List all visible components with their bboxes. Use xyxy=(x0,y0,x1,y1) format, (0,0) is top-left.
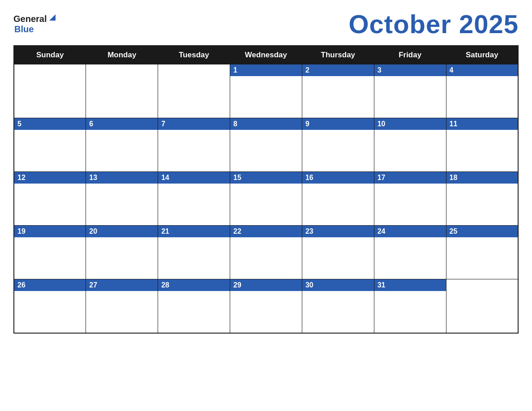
col-sunday: Sunday xyxy=(14,46,86,64)
day-number: 29 xyxy=(230,279,302,291)
calendar-week-1: 1234 xyxy=(14,64,518,118)
day-number: 16 xyxy=(302,172,374,184)
calendar-cell: 23 xyxy=(302,226,374,279)
calendar-week-4: 19202122232425 xyxy=(14,226,518,279)
col-monday: Monday xyxy=(86,46,158,64)
calendar-cell xyxy=(14,64,86,118)
day-number: 31 xyxy=(374,279,446,291)
day-number: 27 xyxy=(86,279,158,291)
calendar-header-row: Sunday Monday Tuesday Wednesday Thursday… xyxy=(14,46,518,64)
svg-marker-0 xyxy=(49,14,56,21)
col-friday: Friday xyxy=(374,46,446,64)
logo-blue-text: Blue xyxy=(14,24,34,34)
col-saturday: Saturday xyxy=(446,46,518,64)
calendar-cell: 17 xyxy=(374,172,446,226)
calendar-cell xyxy=(86,64,158,118)
calendar-cell: 19 xyxy=(14,226,86,279)
day-number: 4 xyxy=(446,64,518,76)
calendar-cell: 26 xyxy=(14,279,86,333)
day-number: 1 xyxy=(230,64,302,76)
day-number: 11 xyxy=(446,118,518,130)
calendar-cell: 21 xyxy=(158,226,230,279)
calendar-cell: 24 xyxy=(374,226,446,279)
day-number: 24 xyxy=(374,226,446,237)
calendar-cell: 3 xyxy=(374,64,446,118)
calendar-cell: 31 xyxy=(374,279,446,333)
day-number: 9 xyxy=(302,118,374,130)
calendar-cell: 14 xyxy=(158,172,230,226)
day-number: 18 xyxy=(446,172,518,184)
logo-triangle-icon xyxy=(48,13,56,23)
day-number: 17 xyxy=(374,172,446,184)
logo-general-text: General xyxy=(13,14,47,24)
calendar-cell: 27 xyxy=(86,279,158,333)
calendar-cell: 15 xyxy=(230,172,302,226)
day-number: 15 xyxy=(230,172,302,184)
calendar-cell: 29 xyxy=(230,279,302,333)
day-number: 2 xyxy=(302,64,374,76)
day-number: 7 xyxy=(158,118,230,130)
day-number: 30 xyxy=(302,279,374,291)
calendar-cell: 13 xyxy=(86,172,158,226)
calendar-cell: 12 xyxy=(14,172,86,226)
day-number: 3 xyxy=(374,64,446,76)
calendar-cell xyxy=(158,64,230,118)
day-number: 19 xyxy=(14,226,86,237)
calendar-week-2: 567891011 xyxy=(14,118,518,172)
day-number: 5 xyxy=(14,118,86,130)
calendar-cell xyxy=(446,279,518,333)
col-thursday: Thursday xyxy=(302,46,374,64)
day-number: 22 xyxy=(230,226,302,237)
calendar-cell: 9 xyxy=(302,118,374,172)
calendar-cell: 6 xyxy=(86,118,158,172)
month-title: October 2025 xyxy=(348,9,519,39)
calendar-cell: 16 xyxy=(302,172,374,226)
page: General Blue October 2025 Sunday Monday … xyxy=(0,0,532,411)
header: General Blue October 2025 xyxy=(13,9,519,39)
day-number: 12 xyxy=(14,172,86,184)
col-wednesday: Wednesday xyxy=(230,46,302,64)
col-tuesday: Tuesday xyxy=(158,46,230,64)
day-number: 10 xyxy=(374,118,446,130)
day-number: 26 xyxy=(14,279,86,291)
calendar-cell: 20 xyxy=(86,226,158,279)
calendar-cell: 10 xyxy=(374,118,446,172)
day-number: 20 xyxy=(86,226,158,237)
calendar-cell: 1 xyxy=(230,64,302,118)
day-number: 25 xyxy=(446,226,518,237)
logo: General Blue xyxy=(13,13,56,34)
day-number: 14 xyxy=(158,172,230,184)
calendar-cell: 2 xyxy=(302,64,374,118)
calendar-week-5: 262728293031 xyxy=(14,279,518,333)
calendar-cell: 8 xyxy=(230,118,302,172)
day-number: 6 xyxy=(86,118,158,130)
calendar-cell: 4 xyxy=(446,64,518,118)
calendar-cell: 18 xyxy=(446,172,518,226)
calendar-cell: 5 xyxy=(14,118,86,172)
day-number: 21 xyxy=(158,226,230,237)
calendar-cell: 30 xyxy=(302,279,374,333)
calendar-week-3: 12131415161718 xyxy=(14,172,518,226)
calendar-cell: 7 xyxy=(158,118,230,172)
calendar-body: 1234567891011121314151617181920212223242… xyxy=(14,64,518,333)
day-number: 28 xyxy=(158,279,230,291)
day-number: 8 xyxy=(230,118,302,130)
calendar-cell: 22 xyxy=(230,226,302,279)
calendar-cell: 25 xyxy=(446,226,518,279)
day-number: 23 xyxy=(302,226,374,237)
calendar-table: Sunday Monday Tuesday Wednesday Thursday… xyxy=(13,45,519,334)
calendar-cell: 28 xyxy=(158,279,230,333)
day-number: 13 xyxy=(86,172,158,184)
calendar-cell: 11 xyxy=(446,118,518,172)
